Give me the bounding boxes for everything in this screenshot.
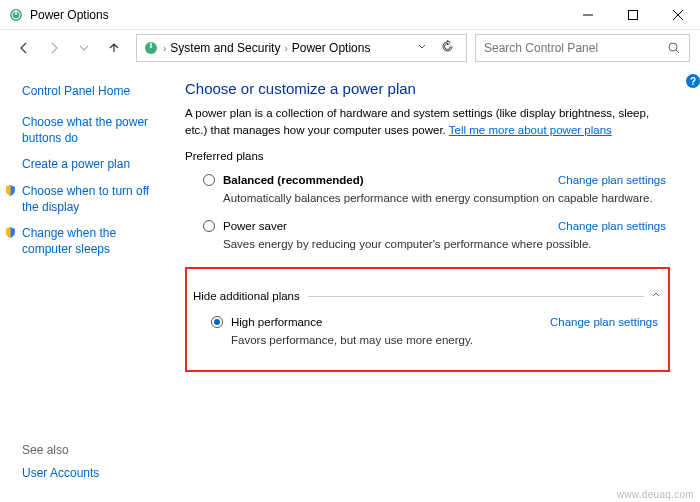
plan-description: Favors performance, but may use more ene…: [231, 332, 658, 348]
forward-button[interactable]: [40, 34, 68, 62]
breadcrumb-segment[interactable]: System and Security: [170, 41, 280, 55]
back-button[interactable]: [10, 34, 38, 62]
content-area: Control Panel Home Choose what the power…: [0, 66, 700, 502]
search-box[interactable]: [475, 34, 690, 62]
plan-high-performance: High performance Change plan settings Fa…: [193, 312, 662, 358]
chevron-up-icon: [650, 289, 662, 304]
power-options-icon: [8, 7, 24, 23]
collapse-label: Hide additional plans: [193, 290, 300, 302]
power-options-icon: [143, 40, 159, 56]
minimize-button[interactable]: [565, 0, 610, 29]
plan-power-saver: Power saver Change plan settings Saves e…: [185, 216, 670, 262]
change-plan-settings-link[interactable]: Change plan settings: [558, 174, 666, 186]
see-also-label: See also: [22, 443, 69, 457]
plan-name[interactable]: High performance: [231, 316, 322, 328]
search-icon[interactable]: [668, 42, 681, 55]
address-bar[interactable]: › System and Security › Power Options: [136, 34, 467, 62]
nav-bar: › System and Security › Power Options: [0, 30, 700, 66]
breadcrumb-segment[interactable]: Power Options: [292, 41, 371, 55]
plan-name[interactable]: Power saver: [223, 220, 287, 232]
maximize-button[interactable]: [610, 0, 655, 29]
change-plan-settings-link[interactable]: Change plan settings: [550, 316, 658, 328]
plan-radio-high-performance[interactable]: [211, 316, 223, 328]
shield-icon: [4, 226, 17, 239]
page-description: A power plan is a collection of hardware…: [185, 105, 670, 138]
refresh-button[interactable]: [435, 40, 460, 56]
window-title: Power Options: [30, 8, 565, 22]
title-bar: Power Options: [0, 0, 700, 30]
shield-icon: [4, 184, 17, 197]
plan-name[interactable]: Balanced (recommended): [223, 174, 364, 186]
user-accounts-link[interactable]: User Accounts: [22, 466, 99, 480]
search-input[interactable]: [484, 41, 668, 55]
address-dropdown[interactable]: [413, 41, 431, 55]
plan-description: Saves energy by reducing your computer's…: [223, 236, 666, 252]
sidebar-link-label: Choose when to turn off the display: [22, 184, 149, 214]
main-panel: Choose or customize a power plan A power…: [175, 66, 700, 502]
recent-locations-button[interactable]: [70, 34, 98, 62]
learn-more-link[interactable]: Tell me more about power plans: [449, 124, 612, 136]
page-heading: Choose or customize a power plan: [185, 80, 670, 97]
plan-radio-balanced[interactable]: [203, 174, 215, 186]
sidebar-link-computer-sleeps[interactable]: Change when the computer sleeps: [4, 225, 165, 257]
plan-description: Automatically balances performance with …: [223, 190, 666, 206]
control-panel-home-link[interactable]: Control Panel Home: [22, 84, 165, 98]
sidebar: Control Panel Home Choose what the power…: [0, 66, 175, 502]
info-bubble-icon[interactable]: ?: [686, 74, 700, 88]
watermark: www.deuaq.com: [617, 489, 694, 500]
up-button[interactable]: [100, 34, 128, 62]
hide-additional-plans-toggle[interactable]: Hide additional plans: [193, 289, 662, 304]
change-plan-settings-link[interactable]: Change plan settings: [558, 220, 666, 232]
plan-radio-power-saver[interactable]: [203, 220, 215, 232]
sidebar-link-label: Change when the computer sleeps: [22, 226, 116, 256]
highlighted-section: Hide additional plans High performance C…: [185, 267, 670, 372]
preferred-plans-label: Preferred plans: [185, 150, 670, 162]
chevron-right-icon[interactable]: ›: [284, 43, 287, 54]
chevron-right-icon[interactable]: ›: [163, 43, 166, 54]
close-button[interactable]: [655, 0, 700, 29]
sidebar-link-create-plan[interactable]: Create a power plan: [22, 156, 165, 172]
sidebar-link-turn-off-display[interactable]: Choose when to turn off the display: [4, 183, 165, 215]
svg-rect-2: [628, 10, 637, 19]
plan-balanced: Balanced (recommended) Change plan setti…: [185, 170, 670, 216]
divider: [308, 296, 644, 297]
sidebar-link-power-buttons[interactable]: Choose what the power buttons do: [22, 114, 165, 146]
svg-point-4: [669, 43, 677, 51]
